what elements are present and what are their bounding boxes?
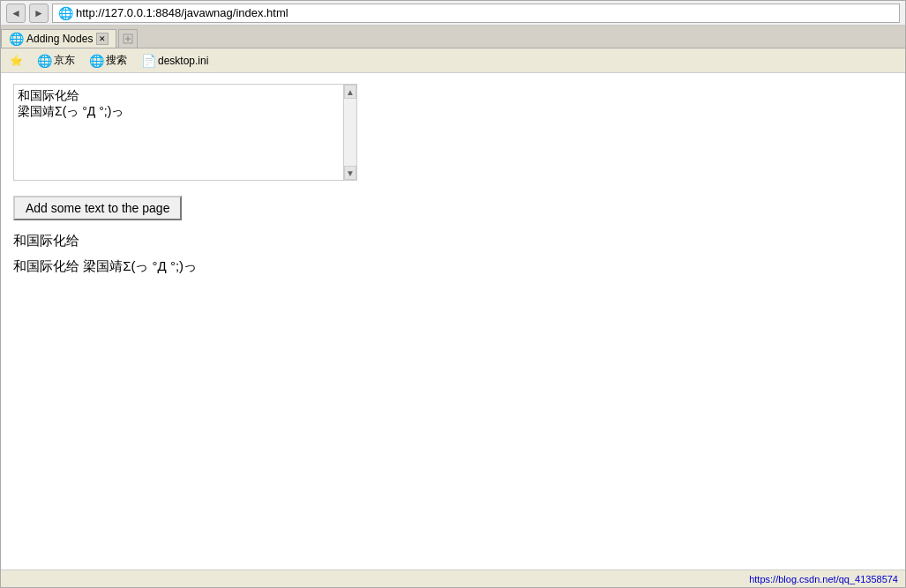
add-text-button[interactable]: Add some text to the page <box>13 196 182 220</box>
status-link[interactable]: https://blog.csdn.net/qq_41358574 <box>749 574 898 584</box>
search-bookmark-icon: 🌐 <box>89 54 103 68</box>
ie-logo-icon: 🌐 <box>58 6 72 20</box>
status-bar: https://blog.csdn.net/qq_41358574 <box>1 569 905 587</box>
bookmark-search-label: 搜索 <box>106 53 127 68</box>
output-line-1: 和国际化给 <box>13 233 893 249</box>
bookmark-desktop-ini[interactable]: 📄 desktop.ini <box>138 52 212 70</box>
output-line-2: 和国际化给 梁国靖Σ(っ °Д °;)っ <box>13 258 893 275</box>
scroll-up-arrow[interactable]: ▲ <box>344 85 356 99</box>
new-tab-button[interactable] <box>118 29 138 48</box>
active-tab[interactable]: 🌐 Adding Nodes ✕ <box>1 29 116 48</box>
page-content: ▲ ▼ Add some text to the page 和国际化给 和国际化… <box>1 73 905 569</box>
vertical-scrollbar[interactable]: ▲ ▼ <box>343 84 357 181</box>
bookmark-search[interactable]: 🌐 搜索 <box>86 51 131 70</box>
scroll-track[interactable] <box>344 99 356 166</box>
tab-bar: 🌐 Adding Nodes ✕ <box>1 26 905 48</box>
back-button[interactable]: ◄ <box>6 4 26 23</box>
tab-title: Adding Nodes <box>26 33 93 45</box>
browser-window: ◄ ► 🌐 http://127.0.0.1:8848/javawnag/ind… <box>0 0 906 588</box>
tab-close-button[interactable]: ✕ <box>96 33 109 45</box>
address-field[interactable]: 🌐 http://127.0.0.1:8848/javawnag/index.h… <box>52 4 900 23</box>
jingdong-icon: 🌐 <box>37 54 51 68</box>
address-bar: ◄ ► 🌐 http://127.0.0.1:8848/javawnag/ind… <box>1 1 905 26</box>
scroll-down-arrow[interactable]: ▼ <box>344 166 356 180</box>
file-icon: 📄 <box>141 54 155 68</box>
textarea-container: ▲ ▼ <box>13 84 357 183</box>
new-tab-icon <box>122 33 134 45</box>
text-input[interactable] <box>13 84 357 181</box>
forward-button[interactable]: ► <box>29 4 49 23</box>
tab-icon: 🌐 <box>9 32 23 46</box>
star-icon: ⭐ <box>10 55 23 67</box>
address-text: http://127.0.0.1:8848/javawnag/index.htm… <box>76 6 288 19</box>
bookmarks-bar: ⭐ 🌐 京东 🌐 搜索 📄 desktop.ini <box>1 48 905 73</box>
bookmark-jingdong-label: 京东 <box>54 53 75 68</box>
bookmark-favorites-icon[interactable]: ⭐ <box>6 53 26 69</box>
bookmark-desktop-ini-label: desktop.ini <box>158 55 208 67</box>
bookmark-jingdong[interactable]: 🌐 京东 <box>34 51 79 70</box>
